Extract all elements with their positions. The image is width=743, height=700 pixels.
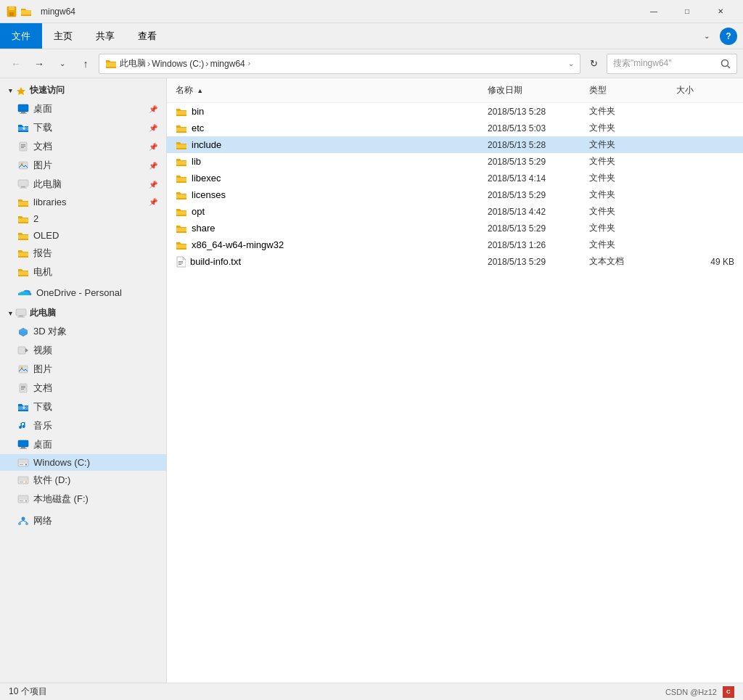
- sidebar-item-onedrive[interactable]: OneDrive - Personal: [0, 284, 166, 301]
- sidebar-item-music[interactable]: 音乐: [0, 416, 166, 435]
- refresh-button[interactable]: ↻: [583, 54, 604, 74]
- sidebar-item-video[interactable]: 视频: [0, 341, 166, 360]
- sidebar-item-local-f[interactable]: 本地磁盘 (F:): [0, 490, 166, 508]
- downloads2-icon: [17, 402, 29, 412]
- breadcrumb-sep-2: ›: [205, 58, 208, 69]
- table-row[interactable]: build-info.txt 2018/5/13 5:29 文本文档 49 KB: [167, 253, 743, 270]
- col-header-type[interactable]: 类型: [589, 81, 676, 99]
- content-area: 名称 ▲ 修改日期 类型 大小 bin 2018/5/13 5:28 文件夹: [167, 78, 743, 683]
- sidebar-item-pictures2[interactable]: 图片: [0, 360, 166, 379]
- address-part-1[interactable]: 此电脑: [120, 57, 146, 70]
- help-button[interactable]: ?: [720, 28, 737, 45]
- table-row[interactable]: include 2018/5/13 5:28 文件夹: [167, 136, 743, 153]
- minimize-button[interactable]: —: [637, 0, 670, 23]
- csdn-icon: C: [723, 686, 734, 698]
- sidebar-item-desktop[interactable]: 桌面 📌: [0, 99, 166, 118]
- table-row[interactable]: opt 2018/5/13 4:42 文件夹: [167, 203, 743, 220]
- sidebar-item-report[interactable]: 报告: [0, 244, 166, 263]
- menu-item-file[interactable]: 文件: [0, 23, 42, 49]
- sidebar-item-windows-c[interactable]: Windows (C:): [0, 454, 166, 471]
- thispc-section-label: 此电脑: [30, 307, 56, 319]
- sidebar-item-downloads2[interactable]: 下载: [0, 398, 166, 416]
- close-button[interactable]: ✕: [704, 0, 737, 23]
- table-row[interactable]: libexec 2018/5/13 4:14 文件夹: [167, 170, 743, 186]
- svg-rect-12: [21, 147, 24, 148]
- table-row[interactable]: licenses 2018/5/13 5:29 文件夹: [167, 186, 743, 203]
- thispc-section: ▾ 此电脑 3D 对象: [0, 304, 166, 508]
- col-header-size[interactable]: 大小: [676, 81, 734, 99]
- sidebar-item-documents2[interactable]: 文档: [0, 379, 166, 398]
- table-row[interactable]: share 2018/5/13 5:29 文件夹: [167, 220, 743, 236]
- forward-button[interactable]: →: [29, 54, 49, 74]
- address-dropdown[interactable]: ⌄: [568, 59, 574, 67]
- sidebar-item-thispc[interactable]: 此电脑 📌: [0, 175, 166, 194]
- address-part-2[interactable]: Windows (C:): [152, 59, 204, 69]
- pin-desktop: 📌: [149, 105, 157, 113]
- sidebar-item-oled[interactable]: OLED: [0, 227, 166, 244]
- address-part-3[interactable]: mingw64: [210, 59, 245, 69]
- search-bar[interactable]: 搜索"mingw64": [607, 54, 737, 74]
- file-name-cell: build-info.txt: [176, 256, 488, 268]
- quick-access-header[interactable]: ▾ 快速访问: [0, 81, 166, 99]
- pin-libraries: 📌: [149, 198, 157, 206]
- sidebar-label-network: 网络: [33, 514, 52, 527]
- menu-item-home[interactable]: 主页: [42, 23, 84, 49]
- thispc-icon: [17, 179, 29, 189]
- sidebar-item-electric[interactable]: 电机: [0, 263, 166, 281]
- sidebar-item-downloads[interactable]: 下载 📌: [0, 118, 166, 137]
- file-name-cell: include: [176, 139, 488, 150]
- sidebar-item-libraries[interactable]: libraries 📌: [0, 194, 166, 210]
- file-item-icon: [176, 256, 186, 268]
- sidebar-item-software-d[interactable]: 软件 (D:): [0, 471, 166, 490]
- sidebar-item-documents[interactable]: 文档 📌: [0, 137, 166, 156]
- sidebar-label-libraries: libraries: [33, 197, 67, 207]
- thispc-header-icon: [15, 308, 27, 318]
- file-date-cell: 2018/5/13 5:28: [488, 107, 589, 117]
- table-row[interactable]: etc 2018/5/13 5:03 文件夹: [167, 120, 743, 136]
- search-placeholder: 搜索"mingw64": [613, 57, 718, 70]
- menu-item-view[interactable]: 查看: [126, 23, 168, 49]
- maximize-button[interactable]: □: [670, 0, 704, 23]
- pin-thispc: 📌: [149, 181, 157, 189]
- file-type-cell: 文件夹: [589, 122, 676, 134]
- sidebar-item-3d[interactable]: 3D 对象: [0, 322, 166, 341]
- file-name-text: bin: [192, 106, 204, 117]
- folder-item-icon: [176, 140, 187, 150]
- network-section: 网络: [0, 511, 166, 530]
- pin-documents: 📌: [149, 143, 157, 151]
- thispc-section-header[interactable]: ▾ 此电脑: [0, 304, 166, 322]
- search-icon[interactable]: [721, 59, 731, 69]
- pin-pictures: 📌: [149, 162, 157, 170]
- back-button[interactable]: ←: [6, 54, 26, 74]
- sidebar-label-electric: 电机: [33, 265, 52, 279]
- folder-item-icon: [176, 107, 187, 117]
- recent-button[interactable]: ⌄: [52, 54, 73, 74]
- sidebar-item-pictures[interactable]: 图片 📌: [0, 156, 166, 175]
- sidebar-label-desktop2: 桌面: [33, 438, 52, 451]
- address-expand-arrow[interactable]: ›: [248, 59, 250, 67]
- svg-rect-39: [20, 482, 23, 482]
- address-bar[interactable]: 此电脑 › Windows (C:) › mingw64 › ⌄: [99, 54, 580, 74]
- sidebar-label-pictures2: 图片: [33, 363, 52, 376]
- sidebar-item-desktop2[interactable]: 桌面: [0, 435, 166, 454]
- menu-item-share[interactable]: 共享: [84, 23, 126, 49]
- sidebar-label-2: 2: [33, 213, 38, 224]
- table-row[interactable]: x86_64-w64-mingw32 2018/5/13 1:26 文件夹: [167, 236, 743, 253]
- svg-rect-35: [20, 464, 23, 465]
- up-button[interactable]: ↑: [75, 54, 96, 74]
- sidebar-label-software-d: 软件 (D:): [33, 474, 70, 487]
- sidebar-item-network[interactable]: 网络: [0, 511, 166, 530]
- file-date-cell: 2018/5/13 4:42: [488, 207, 589, 217]
- sidebar-item-2[interactable]: 2: [0, 210, 166, 227]
- col-header-name[interactable]: 名称 ▲: [176, 81, 488, 99]
- main-layout: ▾ 快速访问 桌面 📌: [0, 78, 743, 683]
- col-header-date[interactable]: 修改日期: [488, 81, 589, 99]
- table-row[interactable]: bin 2018/5/13 5:28 文件夹: [167, 103, 743, 120]
- folder-item-icon: [176, 240, 187, 250]
- svg-rect-15: [18, 180, 28, 186]
- svg-rect-13: [19, 162, 28, 169]
- svg-point-38: [25, 482, 27, 483]
- table-row[interactable]: lib 2018/5/13 5:29 文件夹: [167, 153, 743, 170]
- expand-ribbon-button[interactable]: ⌄: [697, 26, 717, 46]
- save-icon[interactable]: [6, 6, 17, 17]
